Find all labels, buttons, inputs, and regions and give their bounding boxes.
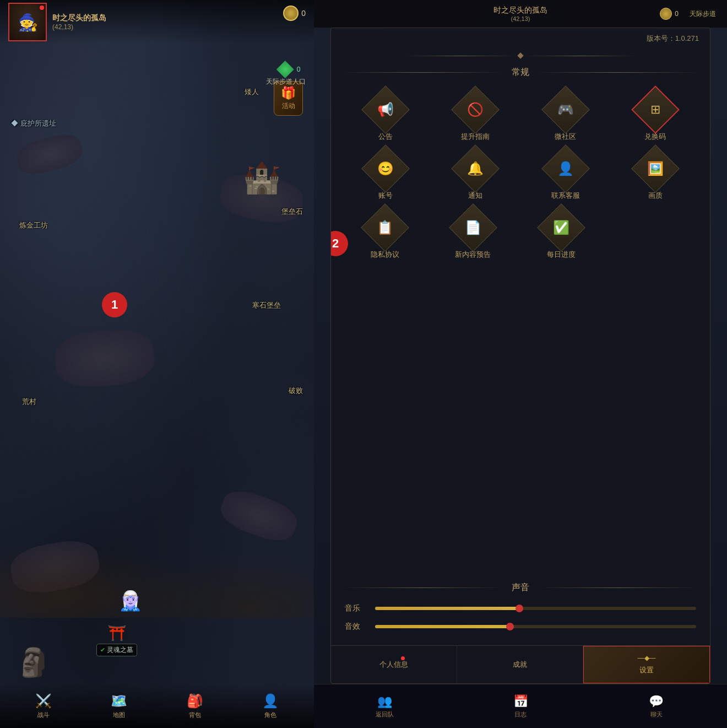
nav-item-map[interactable]: 🗺️ 地图 xyxy=(111,693,127,719)
dwarf-label: 矮人 xyxy=(245,87,259,97)
spacer xyxy=(331,271,710,578)
right-location-coords: (42,13) xyxy=(511,15,530,22)
gem-icon xyxy=(276,61,294,78)
privacy-icon-wrap: 📋 xyxy=(366,209,404,246)
ruins-area xyxy=(0,508,314,618)
settings-preview[interactable]: 📄 新内容预告 xyxy=(433,209,513,260)
right-location-name: 时之尽头的孤岛 xyxy=(493,6,547,15)
sound-section: 音乐 音效 xyxy=(331,598,710,645)
settings-notification[interactable]: 🔔 通知 xyxy=(435,150,516,201)
settings-icon: —◆— xyxy=(638,654,656,662)
settings-community[interactable]: 🎮 微社区 xyxy=(525,91,606,142)
version-bar: 版本号：1.0.271 xyxy=(331,28,710,49)
soul-grave-text: 灵魂之墓 xyxy=(107,645,133,655)
nav-char-label: 角色 xyxy=(264,711,276,719)
right-nav-chat[interactable]: 💬 聊天 xyxy=(588,694,724,719)
character-sprite: 🧝 xyxy=(118,590,143,612)
activity-label: 活动 xyxy=(282,101,295,111)
settings-row3: 2 📋 隐私协议 📄 新内容预告 ✅ xyxy=(331,209,615,271)
music-slider-track[interactable] xyxy=(375,607,696,610)
announcement-icon: 📢 xyxy=(377,102,394,117)
log-label: 日志 xyxy=(514,710,527,719)
location-coords: (42,13) xyxy=(52,23,106,31)
redeem-icon-wrap: ⊞ xyxy=(637,91,674,128)
sound-section-header: 声音 xyxy=(331,578,710,598)
settings-quality[interactable]: 🖼️ 画质 xyxy=(615,150,696,201)
settings-row2: 😊 账号 🔔 通知 👤 联系客服 xyxy=(331,150,710,209)
sound-section-title: 声音 xyxy=(512,582,529,594)
wasteland-label: 荒村 xyxy=(22,397,36,407)
gift-icon: 🎁 xyxy=(281,86,296,100)
location-name: 时之尽头的孤岛 xyxy=(52,13,106,23)
account-icon-wrap: 😊 xyxy=(367,150,404,187)
right-location-info: 时之尽头的孤岛 (42,13) xyxy=(493,6,547,22)
left-game-panel: 🏰 🗿 🧙 时之尽头的孤岛 (42,13) 0 0 🎁 活动 矮人 ◆ 庇护所遗… xyxy=(0,0,314,728)
tab-personal-label: 个人信息 xyxy=(379,660,408,670)
right-bottom-nav: 👥 返回队 📅 日志 💬 聊天 xyxy=(314,684,727,728)
nav-item-fight[interactable]: ⚔️ 战斗 xyxy=(35,693,52,719)
quality-icon: 🖼️ xyxy=(647,161,664,176)
map-icon: 🗺️ xyxy=(111,693,127,709)
community-icon: 🎮 xyxy=(557,102,574,117)
section-divider-right xyxy=(538,72,699,73)
left-bottom-nav: ⚔️ 战斗 🗺️ 地图 🎒 背包 👤 角色 xyxy=(0,684,314,728)
settings-guide[interactable]: 🚫 提升指南 xyxy=(435,91,516,142)
tab-personal-info[interactable]: 个人信息 xyxy=(331,652,457,677)
settings-row1: 📢 公告 🚫 提升指南 🎮 微社区 xyxy=(331,83,710,150)
daily-icon: ✅ xyxy=(553,220,569,235)
shelter-label: ◆ 庇护所遗址 xyxy=(11,118,56,128)
notification-icon-wrap: 🔔 xyxy=(457,150,494,187)
support-icon: 👤 xyxy=(557,161,574,176)
right-game-panel: 时之尽头的孤岛 (42,13) 0 天际步道 版本号：1.0.271 常规 xyxy=(314,0,727,728)
fortress-label: 堡垒石 xyxy=(281,207,303,217)
broken-label: 破败 xyxy=(289,386,303,396)
redeem-icon: ⊞ xyxy=(650,103,660,117)
sound-divider-left xyxy=(342,587,503,588)
settings-support[interactable]: 👤 联系客服 xyxy=(525,150,606,201)
sfx-slider-thumb xyxy=(506,623,514,630)
daily-icon-wrap: ✅ xyxy=(542,209,580,246)
nav-item-bag[interactable]: 🎒 背包 xyxy=(187,693,203,719)
chat-label: 聊天 xyxy=(650,710,663,719)
char-icon: 👤 xyxy=(262,693,279,709)
right-top-bar: 时之尽头的孤岛 (42,13) 0 天际步道 xyxy=(314,0,727,28)
team-icon: 👥 xyxy=(377,694,392,709)
tab-achievements-label: 成就 xyxy=(513,660,527,670)
personal-info-dot xyxy=(401,656,405,660)
tab-settings[interactable]: —◆— 设置 xyxy=(583,646,710,683)
settings-panel: 版本号：1.0.271 常规 📢 公告 xyxy=(330,28,710,684)
coldstone-label: 寒石堡垒 xyxy=(252,300,281,310)
sfx-slider-track[interactable] xyxy=(375,625,696,628)
account-icon: 😊 xyxy=(377,161,394,176)
right-coin-icon xyxy=(660,8,672,20)
step1-badge: 1 xyxy=(102,292,127,317)
settings-announcement[interactable]: 📢 公告 xyxy=(345,91,426,142)
nav-item-char[interactable]: 👤 角色 xyxy=(262,693,279,719)
music-slider-thumb xyxy=(516,605,523,612)
right-nav-team[interactable]: 👥 返回队 xyxy=(317,694,453,719)
deco-line-right xyxy=(525,56,636,56)
team-label: 返回队 xyxy=(376,710,394,719)
music-slider-fill xyxy=(375,607,519,610)
section-divider-left xyxy=(342,72,503,73)
support-icon-wrap: 👤 xyxy=(547,150,584,187)
settings-account[interactable]: 😊 账号 xyxy=(345,150,426,201)
forge-label: 炼金工坊 xyxy=(19,220,48,230)
music-label: 音乐 xyxy=(345,603,367,613)
terrain-overlay xyxy=(0,0,314,728)
chat-icon: 💬 xyxy=(649,694,664,709)
right-nav-log[interactable]: 📅 日志 xyxy=(453,694,589,719)
general-section-header: 常规 xyxy=(331,62,710,83)
avatar-red-dot xyxy=(40,6,44,10)
bag-icon: 🎒 xyxy=(187,693,203,709)
preview-icon: 📄 xyxy=(465,220,481,235)
activity-area: 0 🎁 活动 xyxy=(274,61,303,116)
coin-count: 0 xyxy=(301,9,306,18)
settings-daily[interactable]: ✅ 每日进度 xyxy=(522,209,601,260)
top-right-hud: 0 xyxy=(283,6,306,21)
settings-privacy[interactable]: 📋 隐私协议 xyxy=(345,209,425,260)
settings-redeem[interactable]: ⊞ 兑换码 xyxy=(615,91,696,142)
right-coin-count: 0 xyxy=(675,10,679,18)
tab-achievements[interactable]: 成就 xyxy=(457,652,583,677)
player-avatar[interactable]: 🧙 xyxy=(8,3,47,41)
